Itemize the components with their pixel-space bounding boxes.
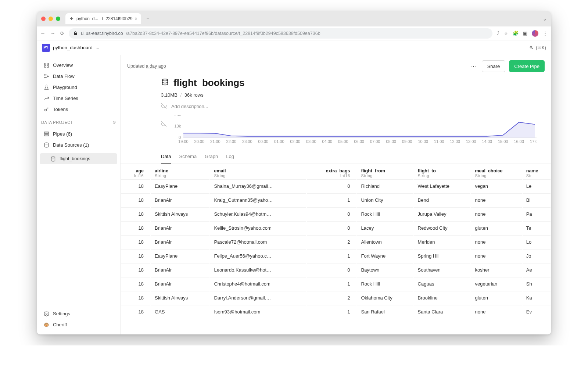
cell-airline: Skittish Airways [151,291,209,304]
column-header-airline[interactable]: airlineString [151,165,209,179]
reader-icon[interactable]: ▣ [523,31,527,36]
cell-age: 18 [121,235,150,248]
back-icon[interactable]: ← [40,31,45,36]
svg-text:07:00: 07:00 [370,139,380,143]
sidebar-item-flight_bookings[interactable]: flight_bookings [40,153,117,164]
kebab-menu-icon[interactable]: ⋮ [543,31,548,36]
tab-log[interactable]: Log [226,151,234,164]
table-row[interactable]: 18Skittish AirwaysSchuyler.Kulas94@hotma… [121,207,551,220]
table-row[interactable]: 18GASIsom93@hotmail.com1San RafaelSanta … [121,305,551,318]
table-row[interactable]: 18BrianAirChristophe4@hotmail.com1Rock H… [121,277,551,290]
close-window-icon[interactable] [41,17,46,21]
share-page-icon[interactable]: ⤴︎ [497,31,499,36]
svg-text:23:00: 23:00 [242,139,252,143]
workspace-name[interactable]: python_dashboard [53,45,93,50]
close-tab-icon[interactable]: × [135,16,137,21]
cell-flight_from: Rock Hill [357,207,413,220]
cell-name: Ev [523,305,551,318]
sidebar-item-pipes[interactable]: Pipes (6) [40,128,117,139]
svg-text:21:00: 21:00 [210,139,220,143]
table-row[interactable]: 18BrianAirKraig_Gutmann35@yahoo....1Unio… [121,193,551,207]
svg-text:05:00: 05:00 [338,139,348,143]
sidebar-item-label: Pipes (6) [53,131,72,137]
more-actions-icon[interactable]: ⋯ [469,61,478,71]
cell-name: Sh [523,277,551,290]
cell-meal_choice: vegan [471,179,521,193]
sidebar-item-tokens[interactable]: Tokens [40,104,117,115]
sidebar-section-label: DATA PROJECT [41,120,73,125]
share-button[interactable]: Share [482,60,506,72]
browser-tab-title: python_d... · t_22814f9f0b29 [76,16,133,21]
profile-avatar[interactable] [532,30,538,37]
table-row[interactable]: 18BrianAirLeonardo.Kassulke@hotma...0Bay… [121,263,551,276]
svg-rect-8 [44,132,48,133]
table-row[interactable]: 18EasyPlaneShaina_Murray36@gmail.c...0Ri… [121,179,551,193]
cell-meal_choice: kosher [471,263,521,276]
sidebar-item-settings[interactable]: Settings [40,308,117,319]
search-icon[interactable]: 🔍︎ [529,45,534,50]
cell-flight_to: Jurupa Valley [414,207,471,220]
sidebar-item-sources[interactable]: Data Sources (1) [40,139,117,150]
cell-extra_bags: 1 [307,305,357,318]
address-bar: ← → ⟳ 🔒︎ ui.us-east.tinybird.co/a7ba2d37… [37,26,551,40]
sidebar-item-data-flow[interactable]: Data Flow [40,71,117,82]
sources-icon [43,142,49,148]
cell-flight_from: Union City [357,193,413,207]
svg-text:15:00: 15:00 [498,139,508,143]
forward-icon[interactable]: → [50,31,55,36]
zoom-window-icon[interactable] [56,17,60,21]
tab-graph[interactable]: Graph [205,151,218,164]
flight_bookings-icon [50,156,56,162]
sidebar-item-label: Data Sources (1) [53,142,89,148]
column-header-flight_from[interactable]: flight_fromString [357,165,413,179]
chevron-down-icon[interactable]: ⌄ [96,45,100,50]
reload-icon[interactable]: ⟳ [60,31,64,36]
tab-data[interactable]: Data [161,151,171,164]
cell-extra_bags: 0 [307,221,357,234]
column-header-meal_choice[interactable]: meal_choiceString [471,165,521,179]
new-tab-button[interactable]: ＋ [143,14,153,24]
add-project-icon[interactable]: ⊕ [112,120,116,125]
paperplane-icon: ✈︎ [69,16,74,21]
cell-flight_to: Bend [414,193,471,207]
create-pipe-button[interactable]: Create Pipe [509,60,545,72]
data-table: ageInt16airlineStringemailStringextra_ba… [121,164,551,319]
eye-off-chart-icon[interactable] [161,115,167,128]
overview-icon [43,62,49,68]
column-header-extra_bags[interactable]: extra_bagsInt16 [307,165,357,179]
extensions-icon[interactable]: 🧩 [513,31,519,36]
sidebar-item-overview[interactable]: Overview [40,60,117,71]
tab-schema[interactable]: Schema [179,151,197,164]
cell-flight_from: Lacey [357,221,413,234]
bookmark-icon[interactable]: ☆ [504,31,508,36]
sidebar-item-playground[interactable]: Playground [40,82,117,93]
table-row[interactable]: 18Skittish AirwaysDarryl.Anderson@gmail.… [121,291,551,304]
table-row[interactable]: 18BrianAirPascale72@hotmail.com2Allentow… [121,235,551,248]
table-row[interactable]: 18EasyPlaneFelipe_Auer56@yahoo.com1Fort … [121,249,551,262]
omnibox[interactable]: 🔒︎ ui.us-east.tinybird.co/a7ba2d37-8c34-… [69,28,492,39]
column-header-name[interactable]: nameStr [523,165,551,179]
browser-tab[interactable]: ✈︎ python_d... · t_22814f9f0b29 × [65,13,141,24]
updated-link[interactable]: a day ago [146,64,166,69]
svg-point-12 [51,157,55,158]
ingestion-chart: 010k20k19:0020:0021:0022:0023:0000:0001:… [172,115,537,145]
table-row[interactable]: 18BrianAirKellie_Strosin@yahoo.com0Lacey… [121,221,551,234]
column-header-email[interactable]: emailString [210,165,306,179]
column-header-age[interactable]: ageInt16 [121,165,150,179]
shortcut-hint: (⌘K) [536,45,546,50]
cell-name: Lo [523,235,551,248]
eye-off-icon[interactable] [161,103,167,110]
column-header-flight_to[interactable]: flight_toString [414,165,471,179]
svg-text:08:00: 08:00 [386,139,396,143]
sidebar-item-label: Playground [53,85,77,90]
svg-rect-10 [44,135,48,136]
cell-flight_to: Meriden [414,235,471,248]
tabs-overflow-icon[interactable]: ⌄ [543,16,547,22]
sidebar-item-cheriff[interactable]: 🐵Cheriff [40,319,117,330]
url-host: ui.us-east.tinybird.co [81,31,123,36]
cell-email: Christophe4@hotmail.com [210,277,306,290]
minimize-window-icon[interactable] [49,17,53,21]
sidebar-item-time-series[interactable]: Time Series [40,93,117,104]
description-input[interactable]: Add description... [171,104,208,109]
sidebar-item-label: flight_bookings [60,156,90,161]
